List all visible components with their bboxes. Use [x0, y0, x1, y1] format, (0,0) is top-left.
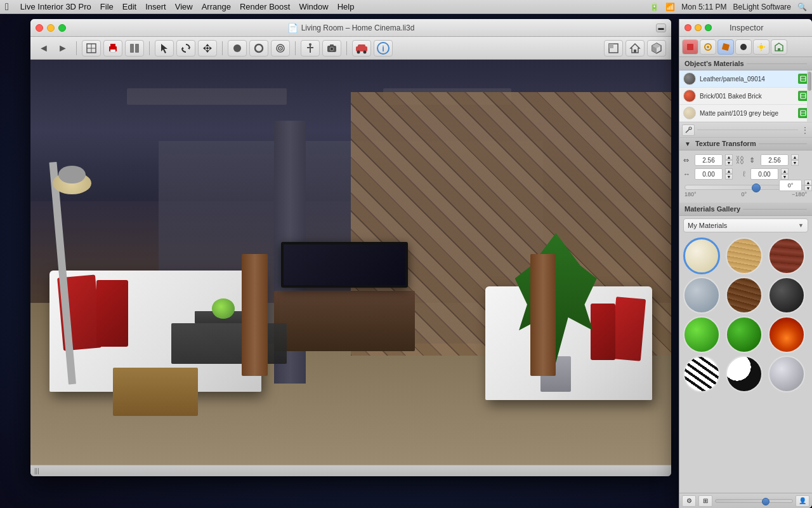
rotation-stepper[interactable]: ▲ ▼	[804, 180, 812, 191]
material-sphere-cream[interactable]	[683, 237, 720, 274]
close-button[interactable]	[36, 24, 43, 32]
rotation-input[interactable]: 0°	[779, 180, 802, 191]
minimize-button[interactable]	[47, 24, 55, 32]
inspector-settings-btn[interactable]: ⚙	[682, 495, 696, 507]
render-boost-menu[interactable]: Render Boost	[240, 2, 291, 11]
width-down-btn[interactable]: ▼	[725, 160, 733, 166]
apple-menu[interactable]: 	[5, 1, 9, 13]
gallery-dropdown[interactable]: My Materials ▼	[683, 218, 808, 232]
select-tool[interactable]	[155, 40, 174, 57]
help-menu[interactable]: Help	[337, 2, 355, 11]
rotation-max-label: −180°	[792, 191, 807, 197]
target-tool[interactable]	[271, 40, 290, 57]
floorplan-button[interactable]	[82, 40, 101, 57]
home-layout-btn[interactable]	[625, 40, 645, 57]
2d-view-btn[interactable]	[604, 40, 623, 57]
svg-point-60	[689, 127, 691, 130]
tab-room[interactable]	[771, 39, 787, 55]
offset-x-stepper[interactable]: ▲ ▼	[725, 168, 733, 180]
window-resize-btn[interactable]: ▬	[656, 23, 666, 32]
materials-scroll-thumb[interactable]	[808, 72, 811, 91]
edit-menu[interactable]: Edit	[122, 2, 136, 11]
material-sphere-brick[interactable]	[768, 237, 805, 274]
maximize-button[interactable]	[58, 24, 66, 32]
tab-object[interactable]	[682, 39, 698, 55]
ring-tool[interactable]	[249, 40, 268, 57]
material-sphere-fire[interactable]	[768, 316, 805, 353]
window-menu[interactable]: Window	[299, 2, 328, 11]
zoom-thumb[interactable]	[762, 498, 769, 505]
tab-light[interactable]	[753, 39, 769, 55]
offset-y-stepper[interactable]: ▲ ▼	[781, 168, 789, 180]
material-sphere-spots[interactable]	[726, 356, 763, 392]
height-stepper[interactable]: ▲ ▼	[791, 154, 799, 166]
inspector-minimize[interactable]	[695, 24, 702, 31]
view-toggle-button[interactable]	[125, 40, 144, 57]
rotation-thumb[interactable]	[752, 184, 761, 192]
offset-x-up[interactable]: ▲	[725, 168, 733, 174]
person-tool[interactable]	[301, 40, 320, 57]
material-sphere-wood-dark[interactable]	[726, 277, 763, 314]
offset-x-down[interactable]: ▼	[725, 174, 733, 180]
app-name-menu[interactable]: Live Interior 3D Pro	[20, 2, 91, 11]
print-button[interactable]	[103, 40, 122, 57]
material-sphere-green-ball[interactable]	[683, 316, 720, 353]
tab-texture[interactable]	[735, 39, 752, 55]
inspector-close[interactable]	[684, 24, 691, 31]
offset-x-input[interactable]: 0.00	[695, 168, 723, 180]
transform-collapse-arrow[interactable]: ▼	[684, 140, 691, 147]
material-sphere-green-dark[interactable]	[726, 316, 763, 353]
3d-view-btn[interactable]	[647, 40, 666, 57]
toolbar-separator-3	[222, 41, 223, 55]
material-item-leather[interactable]: Leather/pamela_09014	[679, 70, 812, 88]
insert-menu[interactable]: Insert	[145, 2, 166, 11]
materials-scrollbar[interactable]	[807, 70, 812, 122]
width-up-btn[interactable]: ▲	[725, 154, 733, 160]
width-input[interactable]: 2.56	[695, 154, 723, 166]
offset-y-input[interactable]: 0.00	[750, 168, 778, 180]
main-window: 📄 Living Room – Home Cinema.li3d ▬ ◄ ►	[30, 19, 671, 476]
info-button[interactable]: i	[374, 40, 393, 57]
toolbar-menu-dots[interactable]: ⋮	[801, 125, 809, 135]
car-button[interactable]	[352, 40, 371, 57]
viewport[interactable]	[30, 60, 671, 465]
inspector-grid-btn[interactable]: ⊞	[698, 495, 712, 507]
forward-button[interactable]: ►	[55, 40, 71, 57]
offset-y-down[interactable]: ▼	[781, 174, 789, 180]
material-item-brick[interactable]: Brick/001 Baked Brick	[679, 88, 812, 105]
material-sphere-silver-tile[interactable]	[683, 277, 720, 314]
chain-link-icon[interactable]: ⛓	[735, 155, 744, 165]
material-sphere-wood-light[interactable]	[726, 237, 763, 274]
inspector-zoom-slider[interactable]	[715, 499, 793, 503]
material-sphere-black[interactable]	[768, 277, 805, 314]
materials-grid	[679, 235, 812, 395]
view-menu[interactable]: View	[175, 2, 193, 11]
inspector-person-btn[interactable]: 👤	[796, 495, 809, 507]
svg-text:i: i	[382, 44, 384, 53]
search-icon[interactable]: 🔍	[797, 3, 807, 11]
sphere-tool[interactable]	[228, 40, 247, 57]
back-button[interactable]: ◄	[36, 40, 52, 57]
svg-point-15	[206, 47, 209, 50]
document-icon: 📄	[287, 23, 298, 33]
file-menu[interactable]: File	[100, 2, 114, 11]
material-sphere-metal[interactable]	[768, 356, 805, 392]
material-sphere-zebra[interactable]	[683, 356, 720, 392]
inspector-maximize[interactable]	[705, 24, 712, 31]
tab-material[interactable]	[717, 39, 734, 55]
arrange-menu[interactable]: Arrange	[202, 2, 231, 11]
offset-y-up[interactable]: ▲	[781, 168, 789, 174]
tab-sphere[interactable]	[700, 39, 716, 55]
rotate-tool[interactable]	[176, 40, 195, 57]
width-stepper[interactable]: ▲ ▼	[725, 154, 733, 166]
materials-list[interactable]: Leather/pamela_09014 Brick/001 Baked Bri…	[679, 70, 812, 123]
camera-button[interactable]	[322, 40, 341, 57]
height-down-btn[interactable]: ▼	[791, 160, 799, 166]
height-input[interactable]: 2.56	[761, 154, 789, 166]
rotation-down[interactable]: ▼	[804, 185, 812, 191]
move-tool[interactable]	[198, 40, 217, 57]
eyedropper-tool[interactable]	[682, 124, 695, 136]
material-item-paint[interactable]: Matte paint/1019 grey beige	[679, 105, 812, 122]
height-up-btn[interactable]: ▲	[791, 154, 799, 160]
rotation-up[interactable]: ▲	[804, 180, 812, 185]
